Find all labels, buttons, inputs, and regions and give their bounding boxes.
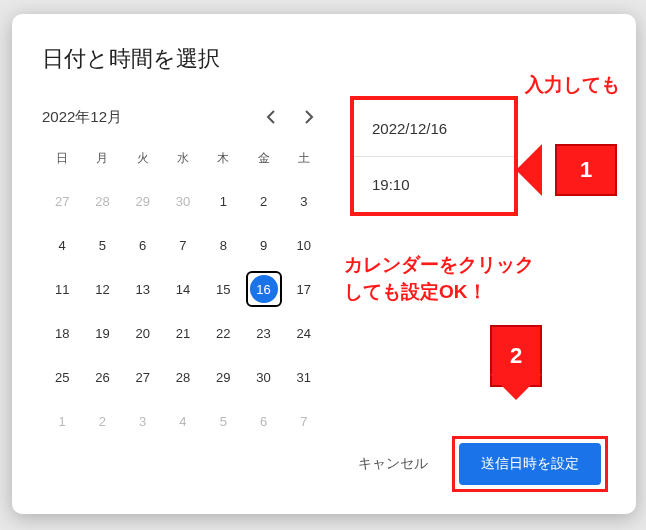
chevron-left-icon — [266, 110, 276, 124]
calendar-day[interactable]: 27 — [44, 183, 80, 219]
calendar-day[interactable]: 9 — [246, 227, 282, 263]
calendar-dow: 水 — [163, 146, 203, 175]
submit-highlight: 送信日時を設定 — [452, 436, 608, 492]
calendar-dow: 木 — [203, 146, 243, 175]
prev-month-button[interactable] — [256, 102, 286, 132]
calendar: 2022年12月 日月火水木金土272829301234567891011121… — [42, 102, 324, 439]
calendar-day[interactable]: 21 — [165, 315, 201, 351]
calendar-dow: 土 — [284, 146, 324, 175]
calendar-grid: 日月火水木金土272829301234567891011121314151617… — [42, 146, 324, 439]
annotation-badge-1: 1 — [555, 144, 617, 196]
calendar-day[interactable]: 31 — [286, 359, 322, 395]
datetime-inputs-highlight: 2022/12/16 19:10 — [350, 96, 518, 216]
cancel-button[interactable]: キャンセル — [354, 447, 432, 481]
calendar-day[interactable]: 5 — [84, 227, 120, 263]
calendar-dow: 金 — [243, 146, 283, 175]
calendar-day[interactable]: 18 — [44, 315, 80, 351]
calendar-day-selected[interactable]: 16 — [246, 271, 282, 307]
calendar-day[interactable]: 10 — [286, 227, 322, 263]
dialog-actions: キャンセル 送信日時を設定 — [354, 436, 608, 492]
calendar-dow: 月 — [82, 146, 122, 175]
schedule-send-button[interactable]: 送信日時を設定 — [459, 443, 601, 485]
date-input[interactable]: 2022/12/16 — [354, 100, 514, 156]
annotation-middle-line2: しても設定OK！ — [344, 281, 487, 302]
chevron-right-icon — [304, 110, 314, 124]
calendar-day[interactable]: 30 — [165, 183, 201, 219]
annotation-arrow-2: 2 — [490, 312, 542, 400]
calendar-day[interactable]: 2 — [84, 403, 120, 439]
annotation-badge-2: 2 — [490, 325, 542, 387]
calendar-day[interactable]: 7 — [286, 403, 322, 439]
calendar-day[interactable]: 25 — [44, 359, 80, 395]
calendar-day[interactable]: 20 — [125, 315, 161, 351]
calendar-day[interactable]: 7 — [165, 227, 201, 263]
calendar-day[interactable]: 1 — [44, 403, 80, 439]
calendar-month-label: 2022年12月 — [42, 108, 122, 127]
annotation-arrow-1: 1 — [542, 144, 630, 196]
calendar-day[interactable]: 15 — [205, 271, 241, 307]
annotation-middle-line1: カレンダーをクリック — [344, 254, 534, 275]
calendar-day[interactable]: 14 — [165, 271, 201, 307]
calendar-day[interactable]: 12 — [84, 271, 120, 307]
calendar-day[interactable]: 17 — [286, 271, 322, 307]
calendar-day[interactable]: 30 — [246, 359, 282, 395]
calendar-day[interactable]: 8 — [205, 227, 241, 263]
calendar-day[interactable]: 6 — [246, 403, 282, 439]
calendar-day[interactable]: 28 — [84, 183, 120, 219]
calendar-dow: 火 — [123, 146, 163, 175]
calendar-day[interactable]: 4 — [44, 227, 80, 263]
right-panel: 入力しても 2022/12/16 19:10 1 カレンダーをクリック しても設… — [350, 102, 606, 439]
calendar-day[interactable]: 29 — [125, 183, 161, 219]
calendar-day[interactable]: 3 — [125, 403, 161, 439]
dialog-content: 2022年12月 日月火水木金土272829301234567891011121… — [42, 102, 606, 439]
calendar-day[interactable]: 19 — [84, 315, 120, 351]
calendar-day[interactable]: 5 — [205, 403, 241, 439]
annotation-middle: カレンダーをクリック しても設定OK！ — [344, 252, 616, 305]
calendar-day[interactable]: 6 — [125, 227, 161, 263]
calendar-day[interactable]: 22 — [205, 315, 241, 351]
calendar-day[interactable]: 11 — [44, 271, 80, 307]
calendar-day[interactable]: 26 — [84, 359, 120, 395]
dialog-title: 日付と時間を選択 — [42, 44, 606, 74]
calendar-day[interactable]: 3 — [286, 183, 322, 219]
annotation-top: 入力しても — [525, 72, 620, 98]
next-month-button[interactable] — [294, 102, 324, 132]
calendar-dow: 日 — [42, 146, 82, 175]
calendar-day[interactable]: 4 — [165, 403, 201, 439]
time-input[interactable]: 19:10 — [354, 156, 514, 212]
calendar-day[interactable]: 29 — [205, 359, 241, 395]
calendar-day[interactable]: 28 — [165, 359, 201, 395]
calendar-day[interactable]: 2 — [246, 183, 282, 219]
calendar-day-selected-inner: 16 — [250, 275, 278, 303]
calendar-day[interactable]: 24 — [286, 315, 322, 351]
calendar-day[interactable]: 13 — [125, 271, 161, 307]
calendar-day[interactable]: 23 — [246, 315, 282, 351]
calendar-header: 2022年12月 — [42, 102, 324, 132]
calendar-day[interactable]: 1 — [205, 183, 241, 219]
calendar-day[interactable]: 27 — [125, 359, 161, 395]
schedule-send-dialog: 日付と時間を選択 2022年12月 日月火水木金土272829301234567… — [12, 14, 636, 514]
